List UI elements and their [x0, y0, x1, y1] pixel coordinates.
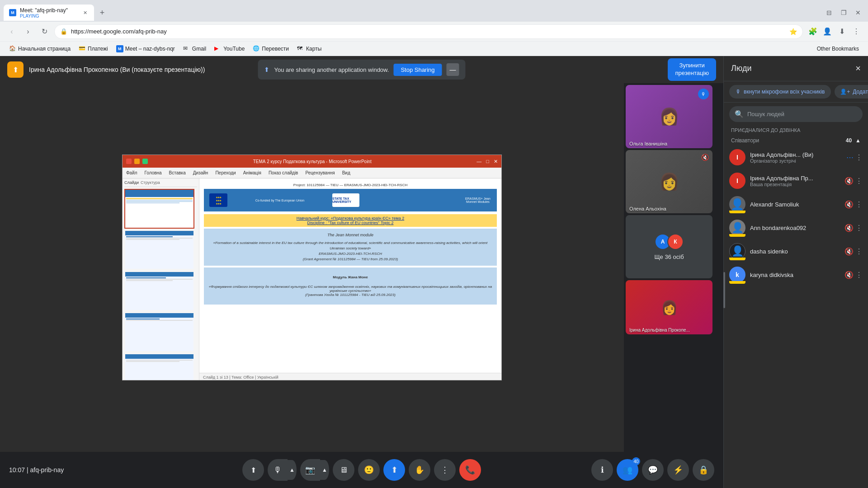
- video-thumb-olga[interactable]: 👩 🎙 Ольга Іванишіна: [626, 85, 712, 148]
- slide-thumb-2[interactable]: [124, 230, 194, 270]
- mic-options-button[interactable]: ▲: [288, 460, 297, 480]
- bookmark-home[interactable]: 🏠 Начальная страница: [5, 43, 74, 54]
- slide-thumb-3[interactable]: [124, 271, 194, 311]
- slide-thumb-4[interactable]: [124, 312, 194, 352]
- refresh-button[interactable]: ↻: [38, 25, 51, 38]
- bookmark-youtube[interactable]: ▶ YouTube: [211, 43, 248, 54]
- panel-close-button[interactable]: ×: [855, 63, 861, 74]
- share-screen-icon: ⬆: [391, 465, 398, 475]
- camera-group: 📷 ▲: [300, 459, 329, 481]
- bottom-controls: 10:07 | afq-prib-nay ⬆ 🎙 ▲: [0, 452, 723, 488]
- participant-avatar-1: І: [729, 149, 745, 165]
- ppt-content-area: Слайди Структура: [123, 178, 501, 380]
- more-options-button[interactable]: ⋮: [434, 459, 456, 481]
- end-call-button[interactable]: 📞: [459, 459, 481, 481]
- reactions-button[interactable]: 🙂: [358, 459, 380, 481]
- section-collapse-button[interactable]: ▲: [855, 137, 861, 144]
- slide-header-bar: ★★★★★★★★★ Co-funded by The European Unio…: [204, 189, 497, 211]
- search-field[interactable]: 🔍 Пошук людей: [729, 106, 863, 122]
- ribbon-transitions[interactable]: Переходи: [215, 170, 236, 175]
- safety-button[interactable]: 🔒: [693, 459, 714, 481]
- participant-avatar-4: 👤: [729, 220, 745, 236]
- module-ua-section: Модуль Жана Моне «Формування стійкого ін…: [204, 267, 497, 305]
- participant-item-4: 👤 Ann bondarenkoa092 🔇 ⋮: [724, 216, 868, 239]
- active-tab[interactable]: M Meet: "afq-prib-nay" PLAYING ✕: [4, 5, 94, 21]
- bookmark-button[interactable]: ⬇: [835, 25, 848, 38]
- other-bookmarks[interactable]: Other Bookmarks: [813, 44, 863, 54]
- forward-button[interactable]: ›: [22, 25, 34, 38]
- profile-button[interactable]: 👤: [821, 25, 834, 38]
- info-button[interactable]: ℹ: [591, 459, 613, 481]
- bookmark-translate[interactable]: 🌐 Перевести: [249, 43, 292, 54]
- minimize-window-button[interactable]: ⊟: [823, 6, 835, 19]
- mute-all-button[interactable]: 🎙 вкнути мікрофони всіх учасників: [729, 85, 831, 99]
- video-thumb-olena[interactable]: 👩 🔇 Олена Альохіна: [626, 150, 712, 213]
- structure-tab[interactable]: Структура: [141, 180, 160, 185]
- participant-info-4: Ann bondarenkoa092: [750, 225, 840, 231]
- new-tab-button[interactable]: +: [96, 6, 108, 19]
- course-ua: Навчальний курс: «Податкова культура кра…: [208, 216, 493, 221]
- mic-mute-icon: 🎙: [736, 89, 741, 95]
- present-button[interactable]: 🖥: [333, 459, 354, 481]
- back-button[interactable]: ‹: [5, 25, 18, 38]
- tab-close-button[interactable]: ✕: [81, 9, 89, 16]
- people-button[interactable]: 👥 40: [617, 459, 638, 481]
- bookmark-payments[interactable]: 💳 Платежі: [75, 43, 112, 54]
- close-window-button[interactable]: ✕: [852, 6, 864, 19]
- mic-button[interactable]: 🎙: [268, 459, 288, 481]
- address-box[interactable]: 🔒 https://meet.google.com/afq-prib-nay ⭐: [54, 24, 803, 39]
- ppt-restore-icon[interactable]: □: [486, 159, 489, 164]
- camera-button[interactable]: 📷: [300, 459, 320, 481]
- sharing-notification-text: You are sharing another application wind…: [274, 66, 389, 73]
- restore-window-button[interactable]: ❐: [837, 6, 850, 19]
- ribbon-slideshow[interactable]: Показ слайдів: [269, 170, 298, 175]
- presenter-thumb[interactable]: 👩 Ірина Адольфівна Прокопе...: [626, 280, 712, 334]
- bookmark-meet[interactable]: M Meet – naz-dybs-nqr: [113, 43, 179, 54]
- chat-button[interactable]: 💬: [642, 459, 664, 481]
- participant-options-1[interactable]: ⋯: [846, 153, 854, 162]
- ribbon-insert[interactable]: Вставка: [169, 170, 186, 175]
- presenter-thumb-name: Ірина Адольфівна Прокопе...: [629, 328, 690, 333]
- slides-tab[interactable]: Слайди: [124, 180, 139, 185]
- participant-more-4[interactable]: ⋮: [855, 224, 863, 232]
- participant-actions-2: 🔇 ⋮: [844, 177, 863, 185]
- ribbon-animations[interactable]: Анімація: [243, 170, 261, 175]
- scrollbar[interactable]: [723, 272, 725, 308]
- avatar-wrapper-3: 👤: [729, 196, 745, 212]
- camera-options-button[interactable]: ▲: [320, 460, 329, 480]
- ppt-minimize-icon[interactable]: —: [476, 159, 481, 164]
- raise-hand-button[interactable]: ✋: [409, 459, 430, 481]
- people-count-box[interactable]: А К Ще 36 осіб: [626, 215, 712, 278]
- slide-thumb-1[interactable]: [124, 189, 194, 229]
- slide-panel: Слайди Структура: [123, 178, 199, 380]
- participant-actions-4: 🔇 ⋮: [844, 224, 863, 232]
- extensions-button[interactable]: 🧩: [807, 25, 819, 38]
- bookmarks-bar: 🏠 Начальная страница 💳 Платежі M Meet – …: [0, 42, 868, 56]
- info-icon: ℹ: [601, 465, 604, 475]
- ribbon-review[interactable]: Рецензування: [305, 170, 335, 175]
- ribbon-file[interactable]: Файл: [126, 170, 137, 175]
- ppt-close-icon[interactable]: ✕: [494, 159, 498, 164]
- activities-button[interactable]: ⚡: [667, 459, 689, 481]
- add-people-button[interactable]: 👤+ Додати л: [835, 85, 868, 99]
- participant-avatar-3: 👤: [729, 196, 745, 212]
- participant-more-5[interactable]: ⋮: [855, 247, 863, 256]
- more-menu-button[interactable]: ⋮: [850, 25, 863, 38]
- sharing-notification: ⬆ You are sharing another application wi…: [258, 60, 465, 80]
- slide-thumb-5[interactable]: [124, 353, 194, 380]
- minimize-sharing-button[interactable]: —: [447, 63, 459, 76]
- people-count-number: 36 осіб: [665, 253, 684, 260]
- share-screen-button[interactable]: ⬆: [383, 459, 405, 481]
- participant-more-2[interactable]: ⋮: [855, 177, 863, 185]
- bookmark-gmail[interactable]: ✉ Gmail: [179, 43, 210, 54]
- ribbon-design[interactable]: Дизайн: [193, 170, 208, 175]
- participant-more-1[interactable]: ⋮: [855, 153, 863, 162]
- stop-sharing-button[interactable]: Stop Sharing: [393, 64, 442, 76]
- ribbon-home[interactable]: Головна: [145, 170, 162, 175]
- ribbon-view[interactable]: Вид: [342, 170, 350, 175]
- stop-presentation-button[interactable]: Зупинитипрезентацію: [668, 58, 716, 81]
- participant-more-3[interactable]: ⋮: [855, 200, 863, 209]
- bookmark-maps[interactable]: 🗺 Карты: [293, 43, 325, 54]
- captions-button[interactable]: ⬆: [242, 459, 264, 481]
- participant-more-6[interactable]: ⋮: [855, 271, 863, 279]
